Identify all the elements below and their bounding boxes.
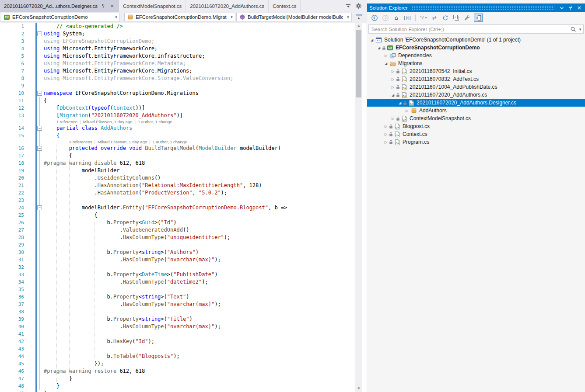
document-tab[interactable]: Context.cs xyxy=(269,0,301,12)
code-line[interactable]: 12 [DbContext(typeof(Context))] xyxy=(0,104,355,112)
tree-item[interactable]: ▷C#Context.cs xyxy=(367,130,585,138)
code-line[interactable]: 39 b.Property<string>("Title") xyxy=(0,316,355,323)
collapse-region-icon[interactable]: − xyxy=(37,205,42,210)
code-text[interactable]: }); xyxy=(44,360,104,368)
tree-item[interactable]: ▷C#20210116070832_AddText.cs xyxy=(367,75,585,83)
code-line[interactable]: 48 } xyxy=(0,382,355,390)
project-dropdown[interactable]: C# EFCoreSnapshotCorruptionDemo ▾ xyxy=(1,13,120,21)
code-text[interactable]: b.Property<DateTime>("PublishDate") xyxy=(44,271,217,278)
collapse-region-icon[interactable]: − xyxy=(37,146,42,151)
code-line[interactable]: 17 { xyxy=(0,152,355,160)
code-text[interactable]: } xyxy=(44,390,47,392)
code-editor[interactable]: 1 // <auto-generated />2−using System;3u… xyxy=(0,23,367,392)
code-text[interactable]: partial class AddAuthors xyxy=(44,125,132,132)
code-line[interactable]: 26 b.Property<Guid>("Id") xyxy=(0,219,355,226)
code-line[interactable]: 29 xyxy=(0,241,355,249)
code-line[interactable]: 20 .UseIdentityColumns() xyxy=(0,174,355,182)
expanded-arrow-icon[interactable]: ◢ xyxy=(397,101,403,105)
sync-icon[interactable]: ⇄ xyxy=(430,14,439,22)
collapsed-arrow-icon[interactable]: ▷ xyxy=(390,77,396,81)
collapsed-arrow-icon[interactable]: ▷ xyxy=(390,117,396,121)
code-text[interactable]: .UseIdentityColumns() xyxy=(44,174,161,182)
code-text[interactable]: #pragma warning disable 612, 618 xyxy=(44,160,145,167)
code-text[interactable]: { xyxy=(44,132,60,139)
code-line[interactable]: 1 // <auto-generated /> xyxy=(0,23,355,30)
code-line[interactable]: 25 { xyxy=(0,212,355,219)
close-icon[interactable]: × xyxy=(576,4,583,11)
chevron-down-icon[interactable]: ▾ xyxy=(228,13,235,21)
code-text[interactable]: .HasColumnType("datetime2"); xyxy=(44,278,208,286)
code-text[interactable]: using Microsoft.EntityFrameworkCore.Stor… xyxy=(44,75,233,82)
code-text[interactable]: .HasColumnType("uniqueidentifier"); xyxy=(44,234,230,241)
expanded-arrow-icon[interactable]: ◢ xyxy=(369,38,375,42)
scroll-down-icon[interactable]: ▼ xyxy=(355,385,362,392)
tree-item[interactable]: ▷AddAuthors xyxy=(367,107,585,114)
home-icon[interactable]: ⌂ xyxy=(392,14,401,22)
type-dropdown[interactable]: EFCoreSnapshotCorruptionDemo.Migrations … xyxy=(124,13,235,21)
code-text[interactable]: b.Property<string>("Authors") xyxy=(44,249,199,256)
tree-item[interactable]: ◢Migrations xyxy=(367,59,585,67)
code-text[interactable]: using EFCoreSnapshotCorruptionDemo; xyxy=(44,38,154,45)
code-text[interactable]: using Microsoft.EntityFrameworkCore; xyxy=(44,45,158,52)
code-text[interactable]: b.Property<string>("Title") xyxy=(44,316,193,323)
code-text[interactable]: using Microsoft.EntityFrameworkCore.Infr… xyxy=(44,52,205,60)
tree-item[interactable]: ◢C#20210116072020_AddAuthors.cs xyxy=(367,91,585,99)
code-text[interactable]: b.Property<Guid>("Id") xyxy=(44,219,176,226)
code-text[interactable]: using Microsoft.EntityFrameworkCore.Meta… xyxy=(44,60,186,67)
codelens-text[interactable]: 1 reference|Mikael Eliasson, 1 day ago|1… xyxy=(56,119,172,125)
code-text[interactable]: [Migration("20210116072020_AddAuthors")] xyxy=(44,112,183,119)
filter-dropdown-icon[interactable] xyxy=(419,14,428,22)
code-text[interactable]: #pragma warning restore 612, 618 xyxy=(44,368,145,375)
pin-icon[interactable] xyxy=(100,3,106,9)
properties-wrench-icon[interactable] xyxy=(463,14,472,22)
split-editor-icon[interactable] xyxy=(355,14,362,21)
code-line[interactable]: 43 xyxy=(0,345,355,353)
document-tab[interactable]: 20210116072020_AddAuthors.cs xyxy=(186,0,269,12)
collapse-region-icon[interactable]: − xyxy=(37,31,42,36)
code-line[interactable]: 46#pragma warning restore 612, 618 xyxy=(0,368,355,375)
code-line[interactable]: 14− partial class AddAuthors xyxy=(0,125,355,132)
code-text[interactable]: .HasColumnType("nvarchar(max)"); xyxy=(44,323,221,330)
back-icon[interactable] xyxy=(370,14,379,22)
code-line[interactable]: 28 .HasColumnType("uniqueidentifier"); xyxy=(0,234,355,241)
code-line[interactable]: 24− modelBuilder.Entity("EFCoreSnapshotC… xyxy=(0,204,355,212)
code-line[interactable]: 30 b.Property<string>("Authors") xyxy=(0,249,355,256)
collapsed-arrow-icon[interactable]: ▷ xyxy=(390,85,396,89)
code-line[interactable]: 4using Microsoft.EntityFrameworkCore; xyxy=(0,45,355,52)
code-line[interactable]: 11{ xyxy=(0,97,355,104)
solution-explorer-titlebar[interactable]: Solution Explorer × xyxy=(367,3,585,12)
pin-icon[interactable] xyxy=(567,4,574,11)
code-text[interactable]: { xyxy=(44,152,72,160)
code-line[interactable]: 27 .ValueGeneratedOnAdd() xyxy=(0,226,355,234)
code-text[interactable]: modelBuilder xyxy=(44,167,119,174)
tree-item[interactable]: ▷C#Blogpost.cs xyxy=(367,122,585,130)
code-text[interactable]: .HasColumnType("nvarchar(max)"); xyxy=(44,256,221,264)
editor-vertical-scrollbar[interactable]: ▲ ▼ xyxy=(355,23,362,392)
code-text[interactable]: // <auto-generated /> xyxy=(44,23,123,30)
code-line[interactable]: 49} xyxy=(0,390,355,392)
code-text[interactable]: using System; xyxy=(44,30,85,38)
code-line[interactable]: 22 .HasAnnotation("ProductVersion", "5.0… xyxy=(0,189,355,197)
collapsed-arrow-icon[interactable]: ▷ xyxy=(383,132,389,136)
code-line[interactable]: 36 b.Property<string>("Text") xyxy=(0,293,355,301)
forward-icon[interactable] xyxy=(381,14,390,22)
code-line[interactable]: 2−using System; xyxy=(0,30,355,38)
code-line[interactable]: 13 [Migration("20210116072020_AddAuthors… xyxy=(0,112,355,119)
code-text[interactable]: .HasColumnType("nvarchar(max)"); xyxy=(44,301,221,308)
code-text[interactable]: b.HasKey("Id"); xyxy=(44,338,154,345)
solution-explorer-searchbox[interactable]: ▾ xyxy=(368,24,584,34)
code-text[interactable]: .ValueGeneratedOnAdd() xyxy=(44,226,189,234)
search-icon[interactable] xyxy=(569,26,577,32)
document-tab[interactable]: 20210116072020_Ad...uthors.Designer.cs× xyxy=(0,0,119,12)
code-line[interactable]: 34 .HasColumnType("datetime2"); xyxy=(0,278,355,286)
code-line[interactable]: 19 modelBuilder xyxy=(0,167,355,174)
code-line[interactable]: 45 }); xyxy=(0,360,355,368)
code-line[interactable]: 18#pragma warning disable 612, 618 xyxy=(0,160,355,167)
code-line[interactable]: 6using Microsoft.EntityFrameworkCore.Met… xyxy=(0,60,355,67)
collapsed-arrow-icon[interactable]: ▷ xyxy=(383,125,389,128)
tree-item[interactable]: ▷C#20210116071004_AddPublishDate.cs xyxy=(367,83,585,91)
tree-item[interactable]: ▷C#ContextModelSnapshot.cs xyxy=(367,114,585,122)
tree-item[interactable]: ◢C#20210116072020_AddAuthors.Designer.cs xyxy=(367,99,585,107)
code-text[interactable]: modelBuilder.Entity("EFCoreSnapshotCorru… xyxy=(44,204,287,212)
code-line[interactable]: 5using Microsoft.EntityFrameworkCore.Inf… xyxy=(0,52,355,60)
